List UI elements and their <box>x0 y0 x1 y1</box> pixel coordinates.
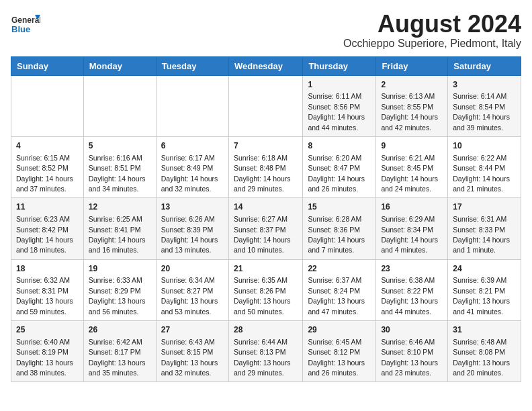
calendar-cell: 30Sunrise: 6:46 AM Sunset: 8:10 PM Dayli… <box>376 321 448 382</box>
calendar-cell <box>83 75 156 136</box>
day-info: Sunrise: 6:39 AM Sunset: 8:21 PM Dayligh… <box>453 276 510 315</box>
calendar-cell: 16Sunrise: 6:29 AM Sunset: 8:34 PM Dayli… <box>376 198 448 259</box>
calendar-cell: 27Sunrise: 6:43 AM Sunset: 8:15 PM Dayli… <box>156 321 228 382</box>
calendar-cell: 19Sunrise: 6:33 AM Sunset: 8:29 PM Dayli… <box>83 259 156 320</box>
day-number: 13 <box>161 201 224 213</box>
day-info: Sunrise: 6:28 AM Sunset: 8:36 PM Dayligh… <box>308 215 365 254</box>
day-number: 24 <box>453 263 516 275</box>
day-info: Sunrise: 6:43 AM Sunset: 8:15 PM Dayligh… <box>161 338 218 377</box>
day-info: Sunrise: 6:27 AM Sunset: 8:37 PM Dayligh… <box>234 215 291 254</box>
calendar-cell: 6Sunrise: 6:17 AM Sunset: 8:49 PM Daylig… <box>156 136 228 197</box>
col-header-monday: Monday <box>83 56 156 75</box>
day-number: 10 <box>453 140 516 152</box>
page-header: General Blue August 2024 Occhieppo Super… <box>11 11 521 50</box>
logo: General Blue <box>11 11 40 40</box>
day-info: Sunrise: 6:31 AM Sunset: 8:33 PM Dayligh… <box>453 215 510 254</box>
calendar-cell: 12Sunrise: 6:25 AM Sunset: 8:41 PM Dayli… <box>83 198 156 259</box>
day-number: 11 <box>16 201 79 213</box>
day-number: 16 <box>381 201 443 213</box>
day-info: Sunrise: 6:16 AM Sunset: 8:51 PM Dayligh… <box>89 154 146 193</box>
calendar-cell: 31Sunrise: 6:48 AM Sunset: 8:08 PM Dayli… <box>448 321 521 382</box>
day-number: 12 <box>89 201 151 213</box>
day-info: Sunrise: 6:45 AM Sunset: 8:12 PM Dayligh… <box>308 338 365 377</box>
calendar-week-3: 11Sunrise: 6:23 AM Sunset: 8:42 PM Dayli… <box>11 198 521 259</box>
calendar-cell: 26Sunrise: 6:42 AM Sunset: 8:17 PM Dayli… <box>83 321 156 382</box>
day-info: Sunrise: 6:26 AM Sunset: 8:39 PM Dayligh… <box>161 215 218 254</box>
day-number: 4 <box>16 140 79 152</box>
calendar-cell: 4Sunrise: 6:15 AM Sunset: 8:52 PM Daylig… <box>11 136 84 197</box>
day-info: Sunrise: 6:18 AM Sunset: 8:48 PM Dayligh… <box>234 154 291 193</box>
day-info: Sunrise: 6:44 AM Sunset: 8:13 PM Dayligh… <box>234 338 291 377</box>
day-number: 2 <box>381 79 443 91</box>
day-number: 30 <box>381 324 443 336</box>
day-info: Sunrise: 6:20 AM Sunset: 8:47 PM Dayligh… <box>308 154 365 193</box>
calendar-cell: 24Sunrise: 6:39 AM Sunset: 8:21 PM Dayli… <box>448 259 521 320</box>
day-number: 31 <box>453 324 516 336</box>
calendar-cell: 13Sunrise: 6:26 AM Sunset: 8:39 PM Dayli… <box>156 198 228 259</box>
day-number: 7 <box>234 140 298 152</box>
location-subtitle: Occhieppo Superiore, Piedmont, Italy <box>343 38 521 50</box>
calendar-header-row: SundayMondayTuesdayWednesdayThursdayFrid… <box>11 56 521 75</box>
calendar-cell: 25Sunrise: 6:40 AM Sunset: 8:19 PM Dayli… <box>11 321 84 382</box>
day-number: 21 <box>234 263 298 275</box>
calendar-cell: 3Sunrise: 6:14 AM Sunset: 8:54 PM Daylig… <box>448 75 521 136</box>
calendar-week-2: 4Sunrise: 6:15 AM Sunset: 8:52 PM Daylig… <box>11 136 521 197</box>
day-info: Sunrise: 6:34 AM Sunset: 8:27 PM Dayligh… <box>161 276 218 315</box>
calendar-cell: 8Sunrise: 6:20 AM Sunset: 8:47 PM Daylig… <box>303 136 376 197</box>
calendar-cell: 10Sunrise: 6:22 AM Sunset: 8:44 PM Dayli… <box>448 136 521 197</box>
day-number: 25 <box>16 324 79 336</box>
day-info: Sunrise: 6:35 AM Sunset: 8:26 PM Dayligh… <box>234 276 291 315</box>
calendar-cell: 15Sunrise: 6:28 AM Sunset: 8:36 PM Dayli… <box>303 198 376 259</box>
day-info: Sunrise: 6:37 AM Sunset: 8:24 PM Dayligh… <box>308 276 365 315</box>
day-info: Sunrise: 6:21 AM Sunset: 8:45 PM Dayligh… <box>381 154 438 193</box>
col-header-saturday: Saturday <box>448 56 521 75</box>
day-number: 9 <box>381 140 443 152</box>
month-year-title: August 2024 <box>343 11 521 38</box>
day-number: 27 <box>161 324 224 336</box>
day-info: Sunrise: 6:22 AM Sunset: 8:44 PM Dayligh… <box>453 154 510 193</box>
day-info: Sunrise: 6:17 AM Sunset: 8:49 PM Dayligh… <box>161 154 218 193</box>
day-info: Sunrise: 6:48 AM Sunset: 8:08 PM Dayligh… <box>453 338 510 377</box>
day-number: 29 <box>308 324 371 336</box>
day-number: 6 <box>161 140 224 152</box>
day-number: 28 <box>234 324 298 336</box>
day-number: 14 <box>234 201 298 213</box>
calendar-cell <box>156 75 228 136</box>
day-info: Sunrise: 6:33 AM Sunset: 8:29 PM Dayligh… <box>89 276 146 315</box>
day-number: 15 <box>308 201 371 213</box>
col-header-thursday: Thursday <box>303 56 376 75</box>
calendar-cell: 1Sunrise: 6:11 AM Sunset: 8:56 PM Daylig… <box>303 75 376 136</box>
calendar-cell: 18Sunrise: 6:32 AM Sunset: 8:31 PM Dayli… <box>11 259 84 320</box>
day-info: Sunrise: 6:14 AM Sunset: 8:54 PM Dayligh… <box>453 92 510 131</box>
col-header-friday: Friday <box>376 56 448 75</box>
day-number: 22 <box>308 263 371 275</box>
day-number: 8 <box>308 140 371 152</box>
calendar-cell: 21Sunrise: 6:35 AM Sunset: 8:26 PM Dayli… <box>228 259 302 320</box>
calendar-cell: 23Sunrise: 6:38 AM Sunset: 8:22 PM Dayli… <box>376 259 448 320</box>
col-header-tuesday: Tuesday <box>156 56 228 75</box>
title-block: August 2024 Occhieppo Superiore, Piedmon… <box>343 11 521 50</box>
day-number: 26 <box>89 324 151 336</box>
calendar-table: SundayMondayTuesdayWednesdayThursdayFrid… <box>11 56 521 383</box>
day-number: 5 <box>89 140 151 152</box>
svg-text:General: General <box>11 15 40 25</box>
day-info: Sunrise: 6:23 AM Sunset: 8:42 PM Dayligh… <box>16 215 73 254</box>
day-number: 19 <box>89 263 151 275</box>
calendar-cell: 29Sunrise: 6:45 AM Sunset: 8:12 PM Dayli… <box>303 321 376 382</box>
day-number: 20 <box>161 263 224 275</box>
day-number: 18 <box>16 263 79 275</box>
logo-svg: General Blue <box>11 11 40 40</box>
day-info: Sunrise: 6:46 AM Sunset: 8:10 PM Dayligh… <box>381 338 438 377</box>
col-header-wednesday: Wednesday <box>228 56 302 75</box>
svg-text:Blue: Blue <box>11 24 30 34</box>
day-info: Sunrise: 6:13 AM Sunset: 8:55 PM Dayligh… <box>381 92 438 131</box>
calendar-cell: 7Sunrise: 6:18 AM Sunset: 8:48 PM Daylig… <box>228 136 302 197</box>
calendar-week-1: 1Sunrise: 6:11 AM Sunset: 8:56 PM Daylig… <box>11 75 521 136</box>
calendar-week-5: 25Sunrise: 6:40 AM Sunset: 8:19 PM Dayli… <box>11 321 521 382</box>
day-number: 1 <box>308 79 371 91</box>
day-info: Sunrise: 6:40 AM Sunset: 8:19 PM Dayligh… <box>16 338 73 377</box>
calendar-cell: 5Sunrise: 6:16 AM Sunset: 8:51 PM Daylig… <box>83 136 156 197</box>
day-number: 23 <box>381 263 443 275</box>
day-info: Sunrise: 6:29 AM Sunset: 8:34 PM Dayligh… <box>381 215 438 254</box>
day-info: Sunrise: 6:42 AM Sunset: 8:17 PM Dayligh… <box>89 338 146 377</box>
